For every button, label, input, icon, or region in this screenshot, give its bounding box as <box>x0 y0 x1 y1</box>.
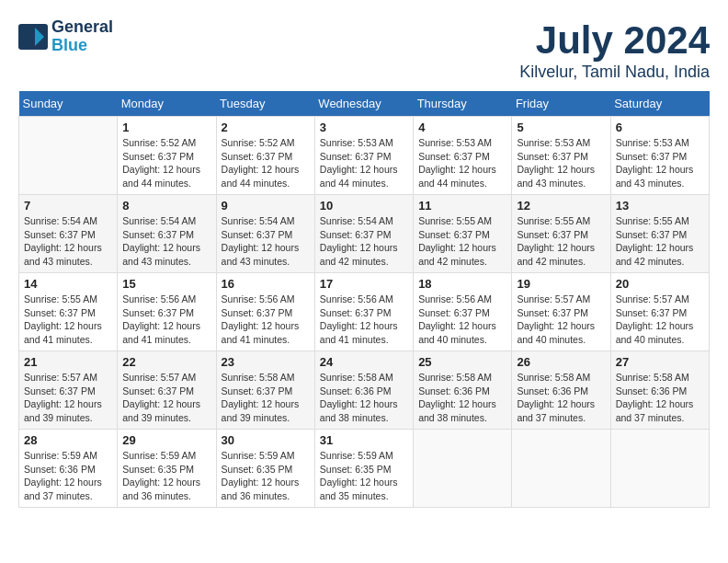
day-number: 20 <box>616 277 704 291</box>
calendar-cell: 2Sunrise: 5:52 AMSunset: 6:37 PMDaylight… <box>216 117 314 195</box>
page-header: General Blue July 2024 Kilvelur, Tamil N… <box>18 18 710 82</box>
weekday-header-friday: Friday <box>512 91 610 117</box>
calendar-cell: 25Sunrise: 5:58 AMSunset: 6:36 PMDayligh… <box>414 351 512 430</box>
day-number: 1 <box>122 121 210 134</box>
calendar-cell: 6Sunrise: 5:53 AMSunset: 6:37 PMDaylight… <box>610 117 709 195</box>
day-info: Sunrise: 5:59 AMSunset: 6:35 PMDaylight:… <box>222 449 310 503</box>
day-info: Sunrise: 5:58 AMSunset: 6:36 PMDaylight:… <box>616 371 704 425</box>
day-info: Sunrise: 5:53 AMSunset: 6:37 PMDaylight:… <box>320 136 408 190</box>
calendar-cell: 11Sunrise: 5:55 AMSunset: 6:37 PMDayligh… <box>414 195 512 273</box>
day-number: 17 <box>320 277 408 291</box>
day-number: 3 <box>320 121 408 134</box>
weekday-header-saturday: Saturday <box>610 91 709 117</box>
logo-text: General Blue <box>51 18 113 55</box>
calendar-cell: 27Sunrise: 5:58 AMSunset: 6:36 PMDayligh… <box>610 351 709 430</box>
calendar-cell: 7Sunrise: 5:54 AMSunset: 6:37 PMDaylight… <box>19 195 118 273</box>
day-number: 6 <box>616 121 704 134</box>
day-info: Sunrise: 5:56 AMSunset: 6:37 PMDaylight:… <box>222 293 310 347</box>
calendar-cell: 10Sunrise: 5:54 AMSunset: 6:37 PMDayligh… <box>314 195 413 273</box>
calendar-cell: 16Sunrise: 5:56 AMSunset: 6:37 PMDayligh… <box>216 273 314 351</box>
day-info: Sunrise: 5:58 AMSunset: 6:36 PMDaylight:… <box>320 371 408 425</box>
logo: General Blue <box>18 18 113 55</box>
day-info: Sunrise: 5:54 AMSunset: 6:37 PMDaylight:… <box>24 214 112 269</box>
day-info: Sunrise: 5:59 AMSunset: 6:35 PMDaylight:… <box>122 449 210 503</box>
day-number: 31 <box>320 433 408 447</box>
day-info: Sunrise: 5:58 AMSunset: 6:36 PMDaylight:… <box>517 371 605 425</box>
day-info: Sunrise: 5:52 AMSunset: 6:37 PMDaylight:… <box>222 136 310 190</box>
day-number: 14 <box>24 277 112 291</box>
day-number: 19 <box>517 277 605 291</box>
calendar-week-4: 21Sunrise: 5:57 AMSunset: 6:37 PMDayligh… <box>19 351 710 430</box>
day-number: 25 <box>418 355 506 369</box>
calendar-week-1: 1Sunrise: 5:52 AMSunset: 6:37 PMDaylight… <box>19 117 710 195</box>
day-number: 4 <box>418 121 506 134</box>
month-title: July 2024 <box>519 18 710 63</box>
day-info: Sunrise: 5:57 AMSunset: 6:37 PMDaylight:… <box>517 293 605 347</box>
day-number: 13 <box>616 199 704 213</box>
day-number: 9 <box>222 199 310 213</box>
weekday-header-row: SundayMondayTuesdayWednesdayThursdayFrid… <box>19 91 710 117</box>
weekday-header-thursday: Thursday <box>414 91 512 117</box>
calendar-cell: 30Sunrise: 5:59 AMSunset: 6:35 PMDayligh… <box>216 430 314 508</box>
calendar-cell: 13Sunrise: 5:55 AMSunset: 6:37 PMDayligh… <box>610 195 709 273</box>
calendar-cell: 28Sunrise: 5:59 AMSunset: 6:36 PMDayligh… <box>19 430 118 508</box>
day-info: Sunrise: 5:56 AMSunset: 6:37 PMDaylight:… <box>122 293 210 347</box>
day-info: Sunrise: 5:56 AMSunset: 6:37 PMDaylight:… <box>418 293 506 347</box>
day-number: 7 <box>24 199 112 213</box>
calendar-cell: 22Sunrise: 5:57 AMSunset: 6:37 PMDayligh… <box>118 351 216 430</box>
location-title: Kilvelur, Tamil Nadu, India <box>519 63 710 82</box>
day-info: Sunrise: 5:53 AMSunset: 6:37 PMDaylight:… <box>616 136 704 190</box>
calendar-cell: 9Sunrise: 5:54 AMSunset: 6:37 PMDaylight… <box>216 195 314 273</box>
day-info: Sunrise: 5:57 AMSunset: 6:37 PMDaylight:… <box>24 371 112 425</box>
day-number: 15 <box>122 277 210 291</box>
calendar-cell: 5Sunrise: 5:53 AMSunset: 6:37 PMDaylight… <box>512 117 610 195</box>
calendar-body: 1Sunrise: 5:52 AMSunset: 6:37 PMDaylight… <box>19 117 710 508</box>
day-number: 10 <box>320 199 408 213</box>
calendar-cell <box>512 430 610 508</box>
calendar-cell: 8Sunrise: 5:54 AMSunset: 6:37 PMDaylight… <box>118 195 216 273</box>
calendar-week-2: 7Sunrise: 5:54 AMSunset: 6:37 PMDaylight… <box>19 195 710 273</box>
calendar-cell <box>610 430 709 508</box>
day-number: 28 <box>24 433 112 447</box>
day-number: 26 <box>517 355 605 369</box>
day-number: 21 <box>24 355 112 369</box>
day-info: Sunrise: 5:54 AMSunset: 6:37 PMDaylight:… <box>122 214 210 269</box>
calendar-cell: 23Sunrise: 5:58 AMSunset: 6:37 PMDayligh… <box>216 351 314 430</box>
day-number: 11 <box>418 199 506 213</box>
day-number: 29 <box>122 433 210 447</box>
day-info: Sunrise: 5:59 AMSunset: 6:36 PMDaylight:… <box>24 449 112 503</box>
title-block: July 2024 Kilvelur, Tamil Nadu, India <box>519 18 710 82</box>
day-info: Sunrise: 5:57 AMSunset: 6:37 PMDaylight:… <box>616 293 704 347</box>
calendar-cell: 12Sunrise: 5:55 AMSunset: 6:37 PMDayligh… <box>512 195 610 273</box>
calendar-table: SundayMondayTuesdayWednesdayThursdayFrid… <box>18 91 710 508</box>
day-info: Sunrise: 5:55 AMSunset: 6:37 PMDaylight:… <box>418 214 506 269</box>
day-info: Sunrise: 5:55 AMSunset: 6:37 PMDaylight:… <box>24 293 112 347</box>
day-info: Sunrise: 5:58 AMSunset: 6:37 PMDaylight:… <box>222 371 310 425</box>
day-number: 18 <box>418 277 506 291</box>
weekday-header-wednesday: Wednesday <box>314 91 413 117</box>
weekday-header-monday: Monday <box>118 91 216 117</box>
calendar-cell <box>19 117 118 195</box>
logo-icon <box>18 24 48 50</box>
calendar-cell: 14Sunrise: 5:55 AMSunset: 6:37 PMDayligh… <box>19 273 118 351</box>
day-info: Sunrise: 5:56 AMSunset: 6:37 PMDaylight:… <box>320 293 408 347</box>
calendar-week-3: 14Sunrise: 5:55 AMSunset: 6:37 PMDayligh… <box>19 273 710 351</box>
calendar-cell <box>414 430 512 508</box>
day-number: 22 <box>122 355 210 369</box>
day-number: 8 <box>122 199 210 213</box>
calendar-cell: 15Sunrise: 5:56 AMSunset: 6:37 PMDayligh… <box>118 273 216 351</box>
day-info: Sunrise: 5:55 AMSunset: 6:37 PMDaylight:… <box>517 214 605 269</box>
calendar-cell: 19Sunrise: 5:57 AMSunset: 6:37 PMDayligh… <box>512 273 610 351</box>
day-number: 12 <box>517 199 605 213</box>
calendar-cell: 21Sunrise: 5:57 AMSunset: 6:37 PMDayligh… <box>19 351 118 430</box>
day-info: Sunrise: 5:54 AMSunset: 6:37 PMDaylight:… <box>222 214 310 269</box>
calendar-cell: 1Sunrise: 5:52 AMSunset: 6:37 PMDaylight… <box>118 117 216 195</box>
day-info: Sunrise: 5:53 AMSunset: 6:37 PMDaylight:… <box>517 136 605 190</box>
day-number: 5 <box>517 121 605 134</box>
calendar-cell: 4Sunrise: 5:53 AMSunset: 6:37 PMDaylight… <box>414 117 512 195</box>
day-info: Sunrise: 5:53 AMSunset: 6:37 PMDaylight:… <box>418 136 506 190</box>
calendar-cell: 24Sunrise: 5:58 AMSunset: 6:36 PMDayligh… <box>314 351 413 430</box>
day-info: Sunrise: 5:54 AMSunset: 6:37 PMDaylight:… <box>320 214 408 269</box>
day-info: Sunrise: 5:55 AMSunset: 6:37 PMDaylight:… <box>616 214 704 269</box>
day-info: Sunrise: 5:52 AMSunset: 6:37 PMDaylight:… <box>122 136 210 190</box>
